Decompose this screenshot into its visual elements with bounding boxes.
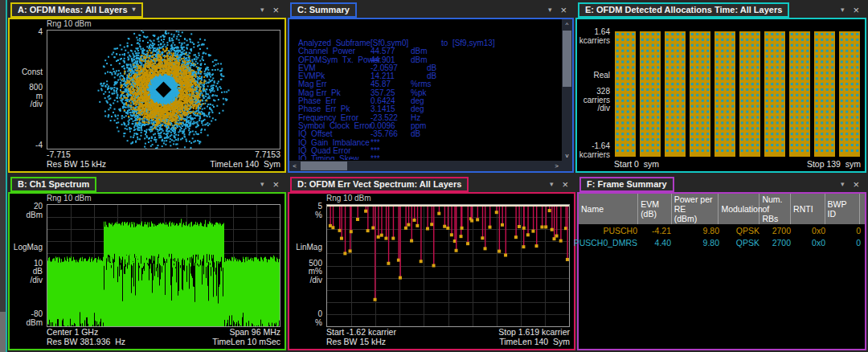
range-label: Rng 10 dBm [10,194,285,204]
resbw-label: Res BW 381.936 Hz [47,337,125,346]
summary-row: EVM-2.0597dB [298,63,559,72]
scroll-left-icon[interactable]: < [289,161,300,171]
timelen-label: TimeLen 140 Sym [499,337,570,346]
yaxis-bottom-label: -80 dBm [26,310,43,327]
yaxis-bottom-label: -4 [35,141,43,150]
scroll-down-icon[interactable]: v [562,150,572,161]
resbw-label: Res BW 15 kHz [326,337,386,346]
collapse-icon[interactable]: ▾ [548,6,552,14]
constellation-plot[interactable] [47,30,280,149]
span-label: Span 96 MHz [229,327,280,337]
panel-c-title: C: Summary [297,5,350,14]
collapse-icon[interactable]: ▾ [260,181,264,188]
yaxis-scale-label: 500 m% /div [309,260,322,285]
xaxis-start-label: Start 0 sym [614,159,659,169]
panel-b-titlebar: B: Ch1 Spectrum ▾ × [8,176,286,192]
xaxis-stop-label: Stop 1.619 kcarrier [498,327,570,337]
column-header[interactable]: Num. of RBs [760,194,791,224]
column-header[interactable]: Modulation [719,194,760,224]
column-header[interactable]: EVM (dB) [638,194,672,224]
panel-a-titlebar: A: OFDM Meas: All Layers ▾ ▾ × [8,2,286,18]
yaxis-top-label: 5 % [315,203,322,219]
yaxis-trace-label: LinMag [296,244,322,252]
vertical-scrollbar[interactable]: ^ v [562,19,572,161]
panel-e-title-tab[interactable]: E: OFDM Detected Allocations Time: All L… [578,2,789,18]
panel-f-title: F: Frame Summary [587,179,667,189]
close-icon[interactable]: × [272,6,279,14]
column-header[interactable]: BWP ID [825,194,860,224]
panel-summary: C: Summary ▾ × Analyzed Subframe[Sf0,sym… [288,2,574,173]
close-icon[interactable]: × [272,180,279,189]
panel-b-yaxis: 20 dBm LogMag 10 dB /div -80 dBm [10,204,47,327]
yaxis-scale-label: 10 dB /div [30,260,43,285]
collapse-icon[interactable]: ▾ [260,6,264,14]
panel-err-vect-spectrum: D: OFDM Err Vect Spectrum: All Layers ▾ … [288,176,575,350]
summary-row: Mag Err45.87%rms [298,80,559,88]
err-vect-plot[interactable] [326,204,570,327]
panel-c-body: Analyzed Subframe[Sf0,sym0]to [Sf9,sym13… [288,18,574,173]
panel-f-title-tab[interactable]: F: Frame Summary [579,177,674,192]
scroll-right-icon[interactable]: > [551,161,562,171]
xaxis-stop-label: Stop 139 sym [807,159,861,169]
center-freq-label: Center 1 GHz [47,327,98,337]
summary-row: IQ Quad Error*** [298,146,559,154]
table-cell: 0 [828,238,863,248]
column-header[interactable]: RNTI [791,194,825,224]
panel-d-title-tab[interactable]: D: OFDM Err Vect Spectrum: All Layers [290,177,469,192]
panel-d-title: D: OFDM Err Vect Spectrum: All Layers [297,179,461,189]
xaxis-start-label: Start -1.62 kcarrier [326,327,396,337]
scroll-up-icon[interactable]: ^ [562,19,572,30]
panel-detected-allocations: E: OFDM Detected Allocations Time: All L… [575,2,866,173]
summary-results-list: Analyzed Subframe[Sf0,sym0]to [Sf9,sym13… [298,39,559,160]
panel-a-title: A: OFDM Meas: All Layers [18,5,128,14]
panel-c-titlebar: C: Summary ▾ × [288,2,574,18]
panel-a-title-tab[interactable]: A: OFDM Meas: All Layers ▾ [10,2,143,18]
panel-a-body: Rng 10 dBm 4 Const 800 m /div -4 -7.715 … [8,18,286,173]
column-header[interactable]: Power per RE (dBm) [672,194,719,224]
xaxis-start-label: -7.715 [47,149,71,159]
summary-row: EVMPk14.211dB [298,72,559,80]
horizontal-scroll-thumb[interactable] [301,162,347,170]
summary-row: IQ Gain Imbalance*** [298,138,559,146]
summary-row: Frequency Error-23.522Hz [298,113,559,121]
panel-b-title-tab[interactable]: B: Ch1 Spectrum [10,177,96,192]
panel-c-title-tab[interactable]: C: Summary [290,2,357,18]
allocations-plot[interactable] [614,30,861,159]
scrollbar-corner [562,161,572,171]
column-header[interactable]: Name [579,194,638,224]
horizontal-scrollbar[interactable]: < > [289,161,562,171]
collapse-icon[interactable]: ▾ [841,181,845,188]
close-icon[interactable]: × [560,6,567,14]
xaxis-stop-label: 7.7153 [255,149,280,159]
table-cell: 9.80 [674,238,722,248]
vertical-scroll-thumb[interactable] [563,31,571,87]
table-row[interactable]: PUSCH0-4.219.80QPSK27000x00 [579,224,865,236]
summary-row: IQ Offset-35.766dB [298,129,559,137]
yaxis-top-label: 4 [38,28,43,37]
timelen-label: TimeLen 10 mSec [212,337,280,346]
table-cell: 0x0 [793,226,828,235]
collapse-icon[interactable]: ▾ [550,181,554,188]
spectrum-plot[interactable] [47,204,280,327]
window-edge-thumb[interactable] [0,312,6,352]
range-label: Rng 10 dBm [10,19,285,30]
resbw-label: Res BW 15 kHz [47,159,106,169]
summary-label: IQ Timing Skew [298,154,359,160]
panel-d-yaxis: 5 % LinMag 500 m% /div 0 % [289,204,326,327]
table-cell: PUSCH0 [579,226,640,235]
close-icon[interactable]: × [562,180,568,189]
panel-frame-summary: F: Frame Summary ▾ × NameEVM (dB)Power p… [577,176,866,350]
collapse-icon[interactable]: ▾ [841,6,845,14]
summary-row: Mag Err Pk357.25%pk [298,88,559,96]
yaxis-top-label: 20 dBm [26,203,43,219]
panel-f-titlebar: F: Frame Summary ▾ × [577,176,866,192]
table-cell: 9.80 [674,226,722,235]
table-row[interactable]: PUSCH0_DMRS4.409.80QPSK27000x00 [579,236,865,248]
table-cell: 0 [828,226,863,235]
close-icon[interactable]: × [853,6,859,14]
dropdown-arrow-icon[interactable]: ▾ [133,6,136,13]
yaxis-top-label: 1.64 kcarriers [579,28,610,45]
table-cell: 4.40 [640,238,674,248]
close-icon[interactable]: × [853,180,859,189]
summary-row: Channel Power44.577dBm [298,47,559,55]
